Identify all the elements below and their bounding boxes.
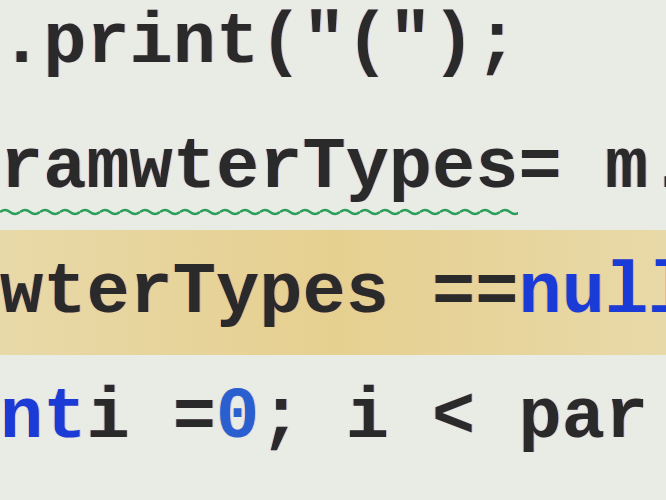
number-literal: 0	[216, 364, 259, 472]
code-text: );	[432, 0, 518, 97]
code-text: i =	[86, 364, 216, 472]
code-line: nt i = 0; i < par	[0, 355, 666, 480]
null-keyword: null	[518, 239, 666, 347]
code-text: ; i < par	[259, 364, 648, 472]
code-text: wterTypes ==	[0, 239, 518, 347]
code-line: ramwterTypes = m.	[0, 105, 666, 230]
code-editor[interactable]: .print("("); ramwterTypes = m. wterTypes…	[0, 0, 666, 480]
string-literal: "("	[302, 0, 432, 97]
code-text: = m.	[518, 114, 666, 222]
keyword-fragment: nt	[0, 364, 86, 472]
code-text: .print(	[0, 0, 302, 97]
code-line-highlighted: wterTypes == null	[0, 230, 666, 355]
spellcheck-warning: ramwterTypes	[0, 114, 518, 222]
code-line: .print("(");	[0, 0, 666, 105]
